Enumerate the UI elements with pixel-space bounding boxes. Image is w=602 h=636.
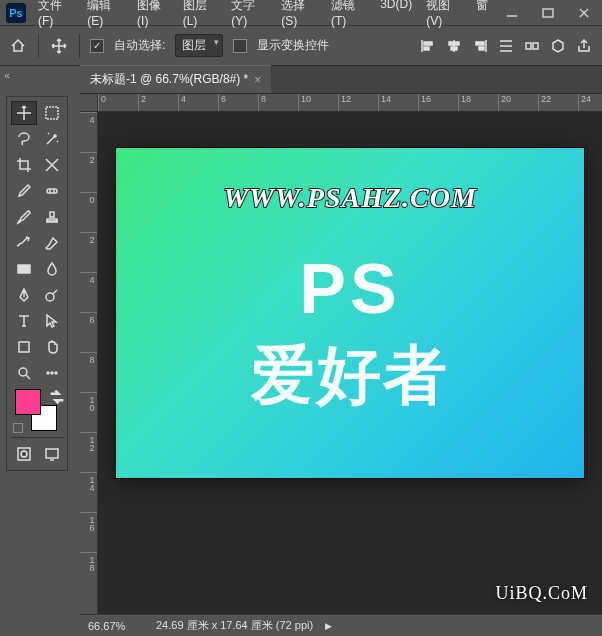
ruler-tick: 10 — [298, 94, 338, 111]
svg-rect-9 — [451, 47, 457, 50]
share-icon[interactable] — [574, 36, 594, 56]
window-controls — [494, 0, 602, 26]
menu-window[interactable]: 窗 — [470, 0, 494, 32]
lasso-tool[interactable] — [11, 127, 37, 151]
main-menu: 文件(F) 编辑(E) 图像(I) 图层(L) 文字(Y) 选择(S) 滤镜(T… — [32, 0, 494, 32]
move-tool-icon[interactable] — [49, 36, 69, 56]
panel-collapse-icon[interactable]: « — [0, 68, 14, 82]
status-zoom[interactable]: 66.67% — [88, 620, 144, 632]
swap-colors-icon[interactable] — [49, 389, 59, 399]
svg-rect-31 — [18, 448, 30, 460]
canvas-viewport[interactable]: WWW.PSAHZ.COM PS 爱好者 — [98, 112, 602, 614]
svg-rect-12 — [479, 47, 484, 50]
ruler-tick: 6 — [218, 94, 258, 111]
menu-image[interactable]: 图像(I) — [131, 0, 175, 32]
status-dimensions[interactable]: 24.69 厘米 x 17.64 厘米 (72 ppi) — [156, 618, 313, 633]
menu-file[interactable]: 文件(F) — [32, 0, 79, 32]
menu-edit[interactable]: 编辑(E) — [81, 0, 129, 32]
canvas-ps-text: PS — [116, 256, 584, 323]
history-brush-tool[interactable] — [11, 231, 37, 255]
app-logo: Ps — [6, 3, 26, 23]
ruler-tick: 14 — [80, 472, 97, 512]
svg-point-26 — [19, 368, 27, 376]
menu-view[interactable]: 视图(V) — [420, 0, 468, 32]
tab-close-icon[interactable]: × — [254, 73, 261, 87]
ruler-tick: 4 — [178, 94, 218, 111]
menu-type[interactable]: 文字(Y) — [225, 0, 273, 32]
svg-line-27 — [26, 375, 30, 379]
shape-tool[interactable] — [11, 335, 37, 359]
home-icon[interactable] — [8, 36, 28, 56]
marquee-tool[interactable] — [39, 101, 65, 125]
type-tool[interactable] — [11, 309, 37, 333]
work-area: 0 2 4 6 8 10 12 14 16 18 20 22 24 4 2 0 … — [80, 94, 602, 614]
quick-mask-icon[interactable] — [11, 442, 37, 466]
ruler-tick: 24 — [578, 94, 602, 111]
document-tab[interactable]: 未标题-1 @ 66.7%(RGB/8#) * × — [80, 65, 271, 93]
close-button[interactable] — [566, 0, 602, 26]
menu-layer[interactable]: 图层(L) — [177, 0, 224, 32]
align-center-h-icon[interactable] — [444, 36, 464, 56]
svg-point-30 — [55, 372, 57, 374]
svg-rect-25 — [19, 342, 29, 352]
svg-rect-22 — [18, 265, 30, 273]
tab-title: 未标题-1 @ 66.7%(RGB/8#) * — [90, 71, 248, 88]
magic-wand-tool[interactable] — [39, 127, 65, 151]
divider — [38, 34, 39, 58]
brush-tool[interactable] — [11, 205, 37, 229]
crop-tool[interactable] — [11, 153, 37, 177]
ruler-vertical[interactable]: 4 2 0 2 4 6 8 10 12 14 16 18 — [80, 112, 98, 614]
default-colors-icon[interactable] — [13, 423, 23, 433]
auto-select-dropdown[interactable]: 图层 — [175, 34, 223, 57]
pen-tool[interactable] — [11, 283, 37, 307]
menu-filter[interactable]: 滤镜(T) — [325, 0, 372, 32]
ruler-tick: 20 — [498, 94, 538, 111]
3d-mode-icon[interactable] — [548, 36, 568, 56]
align-left-icon[interactable] — [418, 36, 438, 56]
stamp-tool[interactable] — [39, 205, 65, 229]
zoom-tool[interactable] — [11, 361, 37, 385]
minimize-button[interactable] — [494, 0, 530, 26]
dodge-tool[interactable] — [39, 283, 65, 307]
ruler-tick: 10 — [80, 392, 97, 432]
ruler-horizontal[interactable]: 0 2 4 6 8 10 12 14 16 18 20 22 24 — [98, 94, 602, 112]
screen-mode-icon[interactable] — [39, 442, 65, 466]
menu-3d[interactable]: 3D(D) — [374, 0, 418, 32]
canvas[interactable]: WWW.PSAHZ.COM PS 爱好者 — [116, 148, 584, 478]
gradient-tool[interactable] — [11, 257, 37, 281]
slice-tool[interactable] — [39, 153, 65, 177]
more-options-icon[interactable] — [522, 36, 542, 56]
eraser-tool[interactable] — [39, 231, 65, 255]
svg-rect-8 — [449, 42, 459, 45]
title-bar: Ps 文件(F) 编辑(E) 图像(I) 图层(L) 文字(Y) 选择(S) 滤… — [0, 0, 602, 26]
maximize-button[interactable] — [530, 0, 566, 26]
auto-select-label: 自动选择: — [114, 37, 165, 54]
svg-rect-16 — [526, 43, 531, 49]
align-right-icon[interactable] — [470, 36, 490, 56]
healing-tool[interactable] — [39, 179, 65, 203]
foreground-color[interactable] — [15, 389, 41, 415]
svg-rect-18 — [46, 107, 58, 119]
ruler-origin[interactable] — [80, 94, 98, 112]
svg-rect-33 — [46, 449, 58, 458]
blur-tool[interactable] — [39, 257, 65, 281]
menu-select[interactable]: 选择(S) — [275, 0, 323, 32]
svg-rect-1 — [543, 9, 553, 17]
ruler-tick: 18 — [458, 94, 498, 111]
watermark: UiBQ.CoM — [495, 583, 588, 604]
svg-line-24 — [53, 290, 57, 294]
move-tool[interactable] — [11, 101, 37, 125]
edit-toolbar-icon[interactable] — [39, 361, 65, 385]
hand-tool[interactable] — [39, 335, 65, 359]
path-select-tool[interactable] — [39, 309, 65, 333]
distribute-icon[interactable] — [496, 36, 516, 56]
auto-select-checkbox[interactable] — [90, 39, 104, 53]
ruler-tick: 6 — [80, 312, 97, 352]
eyedropper-tool[interactable] — [11, 179, 37, 203]
status-menu-icon[interactable]: ▶ — [325, 621, 332, 631]
ruler-tick: 18 — [80, 552, 97, 592]
ruler-tick: 8 — [80, 352, 97, 392]
show-transform-checkbox[interactable] — [233, 39, 247, 53]
svg-rect-11 — [476, 42, 484, 45]
tool-panel — [6, 96, 68, 471]
